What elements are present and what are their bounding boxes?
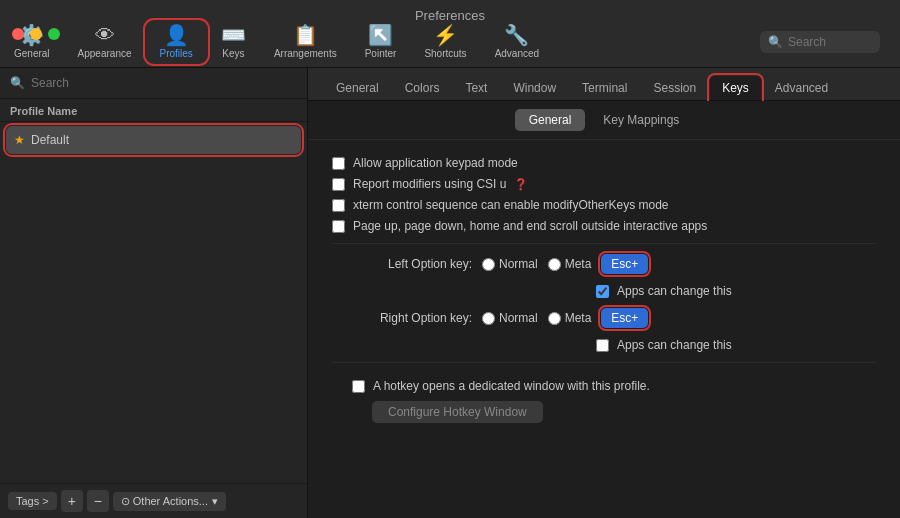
main-content: 🔍 Profile Name ★ Default Tags > + − ⊙ Ot… <box>0 68 900 518</box>
hotkey-checkbox-row: A hotkey opens a dedicated window with t… <box>352 379 876 393</box>
other-actions-dropdown-icon: ▾ <box>212 495 218 508</box>
hotkey-checkbox[interactable] <box>352 380 365 393</box>
left-option-meta[interactable]: Meta <box>548 257 592 271</box>
report-modifiers-checkbox[interactable] <box>332 178 345 191</box>
right-apps-can-change-label: Apps can change this <box>617 338 732 352</box>
xterm-control-label: xterm control sequence can enable modify… <box>353 198 669 212</box>
close-button[interactable] <box>12 28 24 40</box>
page-scroll-label: Page up, page down, home and end scroll … <box>353 219 707 233</box>
toolbar-item-arrangements[interactable]: 📋 Arrangements <box>260 21 351 63</box>
right-option-meta[interactable]: Meta <box>548 311 592 325</box>
checkbox-allow-app-keypad: Allow application keypad mode <box>332 156 876 170</box>
advanced-icon: 🔧 <box>504 25 529 45</box>
content-area: Allow application keypad mode Report mod… <box>308 140 900 518</box>
window-title: Preferences <box>415 8 485 23</box>
report-modifiers-help-icon[interactable]: ❓ <box>514 178 528 191</box>
report-modifiers-label: Report modifiers using CSI u <box>353 177 506 191</box>
right-option-normal-label: Normal <box>499 311 538 325</box>
left-option-meta-radio[interactable] <box>548 258 561 271</box>
profile-item-default[interactable]: ★ Default <box>6 126 301 154</box>
toolbar-label-advanced: Advanced <box>495 48 539 59</box>
tags-button[interactable]: Tags > <box>8 492 57 510</box>
profile-list: ★ Default <box>0 122 307 483</box>
left-option-key-row: Left Option key: Normal Meta Esc+ <box>332 254 876 274</box>
left-apps-can-change-label: Apps can change this <box>617 284 732 298</box>
toolbar-item-keys[interactable]: ⌨️ Keys <box>207 21 260 63</box>
sidebar-search-input[interactable] <box>31 76 297 90</box>
tab-general[interactable]: General <box>324 76 391 100</box>
hotkey-label: A hotkey opens a dedicated window with t… <box>373 379 650 393</box>
other-actions-button[interactable]: ⊙ Other Actions... ▾ <box>113 492 226 511</box>
allow-app-keypad-checkbox[interactable] <box>332 157 345 170</box>
hotkey-section: A hotkey opens a dedicated window with t… <box>332 379 876 423</box>
checkbox-page-scroll: Page up, page down, home and end scroll … <box>332 219 876 233</box>
tab-window[interactable]: Window <box>501 76 568 100</box>
right-option-key-radio-group: Normal Meta Esc+ <box>482 308 648 328</box>
tab-colors[interactable]: Colors <box>393 76 452 100</box>
sidebar-search-container[interactable]: 🔍 <box>0 68 307 99</box>
other-actions-label: ⊙ Other Actions... <box>121 495 208 508</box>
sidebar: 🔍 Profile Name ★ Default Tags > + − ⊙ Ot… <box>0 68 308 518</box>
sidebar-footer: Tags > + − ⊙ Other Actions... ▾ <box>0 483 307 518</box>
toolbar-label-pointer: Pointer <box>365 48 397 59</box>
toolbar-label-keys: Keys <box>222 48 244 59</box>
profile-list-header: Profile Name <box>0 99 307 122</box>
tab-advanced[interactable]: Advanced <box>763 76 840 100</box>
subtab-bar: General Key Mappings <box>308 101 900 140</box>
profiles-icon: 👤 <box>164 25 189 45</box>
checkbox-report-modifiers: Report modifiers using CSI u ❓ <box>332 177 876 191</box>
sidebar-search-icon: 🔍 <box>10 76 25 90</box>
right-panel: General Colors Text Window Terminal Sess… <box>308 68 900 518</box>
toolbar-item-profiles[interactable]: 👤 Profiles <box>146 21 207 63</box>
right-option-normal-radio[interactable] <box>482 312 495 325</box>
page-scroll-checkbox[interactable] <box>332 220 345 233</box>
right-option-key-row: Right Option key: Normal Meta Esc+ <box>332 308 876 328</box>
allow-app-keypad-label: Allow application keypad mode <box>353 156 518 170</box>
configure-hotkey-button[interactable]: Configure Hotkey Window <box>372 401 543 423</box>
left-apps-can-change-row: Apps can change this <box>596 284 876 298</box>
subtab-general[interactable]: General <box>515 109 586 131</box>
right-option-esc-button[interactable]: Esc+ <box>601 308 648 328</box>
toolbar-label-appearance: Appearance <box>78 48 132 59</box>
toolbar-item-advanced[interactable]: 🔧 Advanced <box>481 21 553 63</box>
xterm-control-checkbox[interactable] <box>332 199 345 212</box>
tab-session[interactable]: Session <box>641 76 708 100</box>
tab-keys[interactable]: Keys <box>710 76 761 100</box>
left-option-meta-label: Meta <box>565 257 592 271</box>
maximize-button[interactable] <box>48 28 60 40</box>
subtab-key-mappings[interactable]: Key Mappings <box>589 109 693 131</box>
tab-terminal[interactable]: Terminal <box>570 76 639 100</box>
window-controls <box>0 28 72 40</box>
toolbar-item-pointer[interactable]: ↖️ Pointer <box>351 21 411 63</box>
left-option-normal[interactable]: Normal <box>482 257 538 271</box>
shortcuts-icon: ⚡ <box>433 25 458 45</box>
toolbar-label-general: General <box>14 48 50 59</box>
left-option-key-radio-group: Normal Meta Esc+ <box>482 254 648 274</box>
tab-bar: General Colors Text Window Terminal Sess… <box>308 68 900 101</box>
left-option-esc-button[interactable]: Esc+ <box>601 254 648 274</box>
separator-2 <box>332 362 876 363</box>
left-apps-can-change-checkbox[interactable] <box>596 285 609 298</box>
tab-text[interactable]: Text <box>453 76 499 100</box>
toolbar-search-box[interactable]: 🔍 <box>760 31 880 53</box>
default-star-icon: ★ <box>14 133 25 147</box>
left-option-key-label: Left Option key: <box>352 257 472 271</box>
left-option-normal-label: Normal <box>499 257 538 271</box>
right-option-key-label: Right Option key: <box>352 311 472 325</box>
right-apps-can-change-checkbox[interactable] <box>596 339 609 352</box>
profile-item-label: Default <box>31 133 69 147</box>
right-option-meta-radio[interactable] <box>548 312 561 325</box>
pointer-icon: ↖️ <box>368 25 393 45</box>
right-option-meta-label: Meta <box>565 311 592 325</box>
left-option-normal-radio[interactable] <box>482 258 495 271</box>
toolbar-label-arrangements: Arrangements <box>274 48 337 59</box>
toolbar-label-shortcuts: Shortcuts <box>424 48 466 59</box>
remove-profile-button[interactable]: − <box>87 490 109 512</box>
toolbar-item-shortcuts[interactable]: ⚡ Shortcuts <box>410 21 480 63</box>
right-option-normal[interactable]: Normal <box>482 311 538 325</box>
toolbar-search-input[interactable] <box>788 35 868 49</box>
toolbar-item-appearance[interactable]: 👁 Appearance <box>64 21 146 63</box>
minimize-button[interactable] <box>30 28 42 40</box>
add-profile-button[interactable]: + <box>61 490 83 512</box>
appearance-icon: 👁 <box>95 25 115 45</box>
